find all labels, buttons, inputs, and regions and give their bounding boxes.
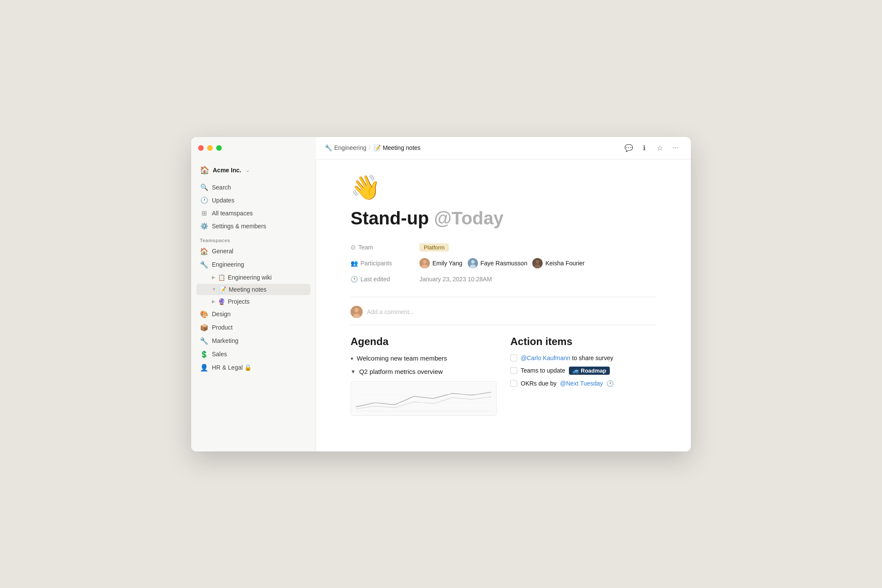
triangle-icon: ▼ (351, 368, 356, 376)
action-item-2-text: Teams to update (521, 367, 565, 374)
sidebar-item-sales-label: Sales (212, 351, 227, 358)
team-prop-icon: ⊙ (351, 244, 356, 251)
sidebar-item-engineering-label: Engineering (212, 261, 244, 268)
projects-icon: 🔮 (218, 298, 225, 305)
breadcrumb-separator: / (369, 144, 371, 151)
action-item-1: @Carlo Kaufmann to share survey (510, 355, 656, 361)
hr-icon: 👤 (200, 364, 208, 372)
workspace-icon: 🏠 (200, 165, 209, 175)
topbar-actions: 💬 ℹ ☆ ··· (622, 141, 682, 155)
sidebar-item-meeting-notes[interactable]: ▼ 📝 Meeting notes (196, 284, 311, 295)
page-title-plain: Stand-up (351, 208, 429, 228)
action-item-2: Teams to update 🚙 Roadmap (510, 367, 656, 375)
sidebar-item-general[interactable]: 🏠 General (196, 245, 311, 258)
sidebar-item-all-teamspaces[interactable]: ⊞ All teamspaces (196, 207, 311, 219)
participants-value: Emily Yang Faye Rasmusson (419, 258, 585, 268)
engineering-icon: 🔧 (200, 261, 208, 269)
roadmap-emoji: 🚙 (572, 367, 579, 374)
sidebar-item-settings[interactable]: ⚙️ Settings & members (196, 220, 311, 232)
sidebar-item-search-label: Search (212, 184, 231, 191)
action-list: @Carlo Kaufmann to share survey Teams to… (510, 355, 656, 387)
sales-icon: 💲 (200, 350, 208, 358)
search-icon: 🔍 (200, 184, 208, 191)
comment-button[interactable]: 💬 (622, 141, 636, 155)
participants-label: Participants (360, 260, 392, 267)
clock-prop-icon: 🕐 (351, 276, 358, 283)
at-carlo: @Carlo Kaufmann (521, 355, 570, 361)
agenda-list: • Welcoming new team members ▼ Q2 platfo… (351, 355, 497, 376)
sidebar-item-marketing-label: Marketing (212, 337, 238, 344)
clock-icon: 🕐 (200, 196, 208, 204)
checkbox-1[interactable] (510, 355, 517, 361)
bullet-icon: • (351, 355, 353, 364)
prop-value-team[interactable]: Platform (419, 244, 449, 251)
agenda-item-1-text: Welcoming new team members (357, 355, 447, 362)
sidebar-item-hr-legal[interactable]: 👤 HR & Legal 🔒 (196, 361, 311, 374)
sidebar-item-sales[interactable]: 💲 Sales (196, 348, 311, 361)
workspace-chevron-icon: ⌄ (245, 167, 250, 173)
roadmap-label: Roadmap (581, 367, 606, 374)
sidebar-item-wiki-label: Engineering wiki (228, 274, 272, 281)
sidebar-item-projects[interactable]: ▶ 🔮 Projects (196, 296, 311, 307)
action-items-title: Action items (510, 336, 656, 348)
last-edited-label: Last edited (360, 276, 390, 283)
page-content: 👋 Stand-up @Today ⊙ Team Platform (316, 159, 691, 451)
participant-faye[interactable]: Faye Rasmusson (468, 258, 528, 268)
svg-point-10 (354, 308, 359, 312)
workspace-selector[interactable]: 🏠 Acme Inc. ⌄ (196, 163, 311, 177)
more-button[interactable]: ··· (668, 141, 682, 155)
sidebar-item-hr-label: HR & Legal 🔒 (212, 364, 252, 371)
svg-point-7 (536, 260, 539, 264)
divider (351, 297, 656, 297)
sidebar-item-product[interactable]: 📦 Product (196, 321, 311, 334)
title-bar (191, 137, 316, 159)
sidebar-item-search[interactable]: 🔍 Search (196, 181, 311, 193)
sidebar-item-engineering-wiki[interactable]: ▶ 📋 Engineering wiki (196, 272, 311, 283)
chevron-right-icon: ▶ (212, 275, 215, 280)
prop-row-team: ⊙ Team Platform (351, 240, 656, 255)
app-window: 🏠 Acme Inc. ⌄ 🔍 Search 🕐 Updates ⊞ All t… (191, 137, 691, 451)
action-item-3-text: OKRs due by (521, 380, 556, 387)
last-edited-value: January 23, 2023 10:28AM (419, 276, 492, 283)
svg-point-4 (471, 260, 475, 264)
topbar: 🔧 Engineering / 📝 Meeting notes 💬 ℹ ☆ ··… (316, 137, 691, 159)
comment-input[interactable]: Add a comment... (367, 308, 414, 315)
action-item-3: OKRs due by @Next Tuesday 🕐 (510, 380, 656, 387)
star-button[interactable]: ☆ (653, 141, 667, 155)
sidebar-item-design[interactable]: 🎨 Design (196, 308, 311, 320)
prop-label-participants: 👥 Participants (351, 260, 419, 267)
maximize-button[interactable] (216, 145, 222, 151)
info-button[interactable]: ℹ (637, 141, 651, 155)
breadcrumb-engineering-label: Engineering (334, 144, 366, 151)
page-title: Stand-up @Today (351, 208, 656, 228)
action-item-1-text: @Carlo Kaufmann to share survey (521, 355, 613, 361)
agenda-item-1: • Welcoming new team members (351, 355, 497, 364)
gear-icon: ⚙️ (200, 222, 208, 230)
page-properties: ⊙ Team Platform 👥 Participants (351, 240, 656, 286)
minimize-button[interactable] (207, 145, 213, 151)
sidebar-item-marketing[interactable]: 🔧 Marketing (196, 335, 311, 347)
sidebar-item-product-label: Product (212, 324, 233, 331)
wiki-icon: 📋 (218, 274, 225, 281)
svg-point-1 (423, 260, 426, 264)
sidebar-item-updates-label: Updates (212, 197, 234, 204)
agenda-item-2-text: Q2 platform metrics overview (359, 368, 443, 375)
close-button[interactable] (198, 145, 204, 151)
comment-row: Add a comment... (351, 306, 656, 325)
participants-prop-icon: 👥 (351, 260, 358, 267)
notes-breadcrumb-icon: 📝 (373, 144, 381, 151)
breadcrumb-meeting-notes[interactable]: 📝 Meeting notes (373, 144, 421, 151)
agenda-item-2: ▼ Q2 platform metrics overview (351, 368, 497, 376)
chart-svg (351, 382, 496, 415)
sidebar-item-updates[interactable]: 🕐 Updates (196, 194, 311, 206)
action-items-column: Action items @Carlo Kaufmann to share su… (510, 336, 656, 416)
marketing-icon: 🔧 (200, 337, 208, 345)
sidebar-item-engineering[interactable]: 🔧 Engineering (196, 258, 311, 271)
checkbox-2[interactable] (510, 367, 517, 374)
participant-emily[interactable]: Emily Yang (419, 258, 463, 268)
avatar-faye (468, 258, 478, 268)
participant-keisha[interactable]: Keisha Fourier (532, 258, 584, 268)
checkbox-3[interactable] (510, 380, 517, 387)
breadcrumb: 🔧 Engineering / 📝 Meeting notes (325, 144, 421, 151)
breadcrumb-engineering[interactable]: 🔧 Engineering (325, 144, 366, 151)
